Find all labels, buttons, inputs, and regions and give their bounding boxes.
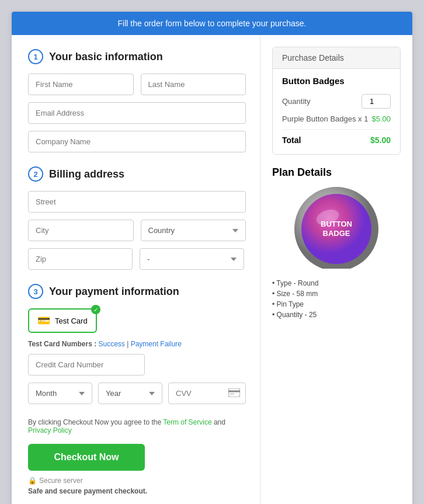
- checkout-button[interactable]: Checkout Now: [28, 444, 145, 471]
- terms-prefix: By clicking Checkout Now you agree to th…: [28, 418, 163, 426]
- month-select[interactable]: Month 01 02 03 04 05 06 07 08 09 10 11 1…: [28, 383, 92, 404]
- total-label: Total: [282, 135, 301, 145]
- secure-label: Secure server: [39, 477, 83, 485]
- city-input[interactable]: [28, 220, 134, 241]
- section-payment: 3 Your payment information ✓ 💳 Test Card…: [28, 284, 246, 404]
- last-name-input[interactable]: [141, 74, 246, 95]
- svg-rect-2: [230, 393, 234, 394]
- page-wrapper: Fill the order form below to complete yo…: [12, 12, 412, 504]
- feature-size: Size - 58 mm: [272, 289, 401, 299]
- street-input[interactable]: [28, 191, 246, 213]
- banner-text: Fill the order form below to complete yo…: [118, 19, 307, 28]
- check-badge: ✓: [91, 305, 100, 314]
- svg-rect-1: [228, 390, 240, 392]
- section3-header: 3 Your payment information: [28, 284, 246, 299]
- left-panel: 1 Your basic information 2 Billi: [12, 35, 260, 504]
- svg-rect-0: [228, 388, 240, 397]
- card-chip-icon: 💳: [37, 314, 50, 327]
- section1-header: 1 Your basic information: [28, 49, 246, 64]
- email-input[interactable]: [28, 102, 246, 124]
- tos-link[interactable]: Term of Service: [163, 418, 211, 426]
- feature-pin: Pin Type: [272, 299, 401, 310]
- cvv-card-icon: [228, 388, 240, 398]
- product-name: Button Badges: [282, 76, 391, 86]
- plan-features: Type - Round Size - 58 mm Pin Type Quant…: [272, 278, 401, 320]
- safe-text: Safe and secure payment checkout.: [28, 487, 246, 495]
- price-value: $5.00: [371, 114, 391, 123]
- terms-and: and: [212, 418, 225, 426]
- content-area: 1 Your basic information 2 Billi: [12, 35, 412, 504]
- section1-title: Your basic information: [49, 51, 163, 63]
- section-billing: 2 Billing address Country United States …: [28, 166, 246, 270]
- total-row: Total $5.00: [282, 135, 391, 145]
- feature-type: Type - Round: [272, 278, 401, 289]
- cc-number-input[interactable]: [28, 354, 145, 376]
- city-country-row: Country United States United Kingdom: [28, 220, 246, 241]
- test-card-option[interactable]: ✓ 💳 Test Card: [28, 308, 97, 333]
- lock-icon: 🔒: [28, 477, 37, 485]
- zip-input[interactable]: [28, 248, 133, 270]
- street-row: [28, 191, 246, 213]
- failure-link[interactable]: Payment Failure: [131, 340, 182, 348]
- privacy-link[interactable]: Privacy Policy: [28, 426, 72, 435]
- section2-header: 2 Billing address: [28, 166, 246, 182]
- price-label: Purple Button Badges x 1: [282, 114, 368, 123]
- name-row: [28, 74, 246, 95]
- plan-details-title: Plan Details: [272, 166, 401, 179]
- price-row: Purple Button Badges x 1 $5.00: [282, 114, 391, 130]
- purchase-details-box: Purchase Details Button Badges Quantity …: [272, 47, 401, 155]
- email-row: [28, 102, 246, 124]
- top-banner: Fill the order form below to complete yo…: [12, 12, 412, 35]
- section2-title: Billing address: [49, 168, 124, 180]
- section3-title: Your payment information: [49, 286, 179, 298]
- card-options: ✓ 💳 Test Card: [28, 308, 246, 333]
- quantity-label: Quantity: [282, 97, 310, 106]
- card-label: Test Card: [55, 317, 88, 325]
- badge-image: BUTTON BADGE: [272, 187, 389, 269]
- section2-number: 2: [28, 166, 43, 182]
- test-card-label: Test Card Numbers :: [28, 340, 96, 348]
- svg-text:BADGE: BADGE: [323, 229, 350, 238]
- secure-text: 🔒 Secure server: [28, 477, 246, 485]
- company-row: [28, 131, 246, 152]
- feature-qty: Quantity - 25: [272, 310, 401, 320]
- cc-row: [28, 354, 246, 376]
- year-select[interactable]: Year 2024 2025 2026: [98, 383, 162, 404]
- purchase-details-title: Purchase Details: [273, 47, 400, 69]
- country-select[interactable]: Country United States United Kingdom: [141, 220, 246, 241]
- right-panel: Purchase Details Button Badges Quantity …: [260, 35, 412, 504]
- first-name-input[interactable]: [28, 74, 134, 95]
- company-input[interactable]: [28, 131, 246, 152]
- section1-number: 1: [28, 49, 43, 64]
- section-basic-info: 1 Your basic information: [28, 49, 246, 152]
- terms-text: By clicking Checkout Now you agree to th…: [28, 418, 246, 435]
- total-value: $5.00: [370, 135, 391, 145]
- quantity-input[interactable]: [362, 94, 391, 109]
- success-link[interactable]: Success: [98, 340, 124, 348]
- zip-state-row: -: [28, 248, 246, 270]
- cvv-row: Month 01 02 03 04 05 06 07 08 09 10 11 1…: [28, 383, 246, 404]
- state-select[interactable]: -: [140, 248, 244, 270]
- cvv-wrapper: [168, 383, 246, 404]
- test-card-info: Test Card Numbers : Success | Payment Fa…: [28, 340, 246, 348]
- quantity-row: Quantity: [282, 94, 391, 109]
- section3-number: 3: [28, 284, 43, 299]
